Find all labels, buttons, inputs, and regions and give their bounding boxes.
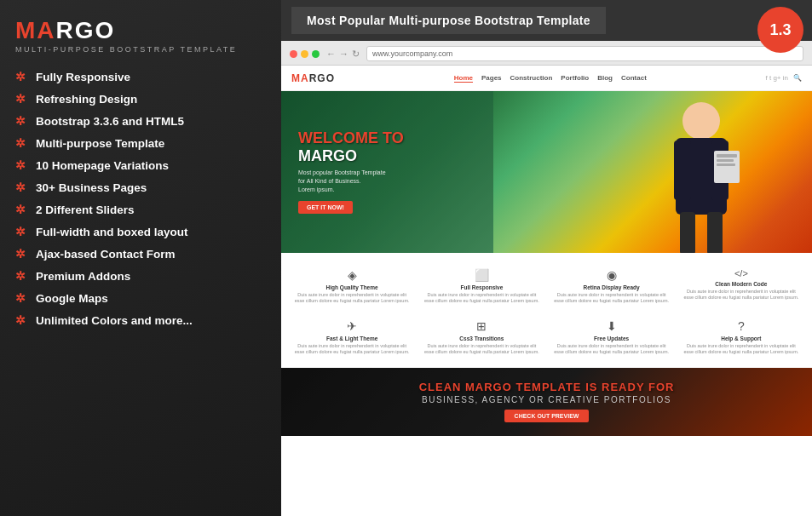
nav-link-home[interactable]: Home (454, 74, 473, 83)
css3-icon: ⊞ (423, 319, 540, 333)
feature-card-quality: ◈ High Quality Theme Duis aute irure dol… (290, 263, 414, 309)
nav-link-blog[interactable]: Blog (597, 74, 613, 83)
feature-homepage-variations: ✲ 10 Homepage Variations (15, 154, 266, 176)
star-icon: ✲ (15, 269, 29, 283)
bottom-cta-button[interactable]: CHECK OUT PREVIEW (504, 410, 590, 422)
hero-content: WELCOME TO MARGO Most popular Bootstrap … (298, 130, 404, 213)
support-desc: Duis aute irure dolor in reprehenderit i… (682, 343, 800, 355)
feature-multipurpose: ✲ Multi-purpose Template (15, 132, 266, 154)
top-bar: Most Popular Multi-purpose Bootstrap Tem… (281, 0, 812, 41)
feature-label: Unlimited Colors and more... (36, 314, 193, 327)
dot-red (290, 50, 297, 58)
code-desc: Duis aute irure dolor in reprehenderit i… (682, 289, 800, 301)
fast-icon: ✈ (293, 319, 411, 333)
svg-point-0 (682, 102, 720, 140)
feature-sliders: ✲ 2 Different Sliders (15, 198, 266, 221)
search-icon[interactable]: 🔍 (793, 74, 802, 82)
website-logo: MARGO (291, 72, 335, 84)
quality-icon: ◈ (293, 268, 411, 282)
browser-addressbar[interactable]: www.yourcompany.com (366, 46, 803, 61)
feature-label: Ajax-based Contact Form (36, 248, 176, 261)
refresh-icon[interactable]: ↻ (352, 49, 360, 60)
feature-label: Refreshing Design (36, 93, 137, 106)
svg-rect-2 (674, 140, 691, 200)
retina-icon: ◉ (553, 268, 671, 282)
website-nav-right: f t g+ in 🔍 (766, 74, 802, 82)
star-icon: ✲ (15, 203, 29, 216)
feature-card-updates: ⬇ Free Updates Duis aute irure dolor in … (550, 314, 674, 360)
browser-mockup: ← → ↻ www.yourcompany.com MARGO Home (281, 41, 812, 516)
feature-refreshing-design: ✲ Refreshing Design (15, 88, 266, 110)
hero-cta-button[interactable]: GET IT NOW! (298, 201, 353, 214)
feature-card-responsive: ⬜ Full Responsive Duis aute irure dolor … (419, 263, 544, 309)
star-icon: ✲ (15, 70, 29, 83)
dot-green (312, 50, 320, 58)
bottom-title-highlight: C (419, 381, 428, 393)
star-icon: ✲ (15, 114, 29, 128)
right-panel: Most Popular Multi-purpose Bootstrap Tem… (281, 0, 812, 516)
nav-link-construction[interactable]: Construction (510, 74, 553, 83)
fast-title: Fast & Light Theme (293, 335, 411, 341)
feature-label: Multi-purpose Template (36, 137, 164, 150)
star-icon: ✲ (15, 225, 29, 238)
features-grid: ◈ High Quality Theme Duis aute irure dol… (281, 253, 812, 368)
star-icon: ✲ (15, 291, 29, 305)
star-icon: ✲ (15, 181, 29, 194)
back-icon[interactable]: ← (326, 49, 336, 60)
nav-link-contact[interactable]: Contact (621, 74, 647, 83)
quality-desc: Duis aute irure dolor in reprehenderit i… (293, 292, 411, 304)
feature-label: Fully Responsive (36, 71, 130, 83)
features-list: ✲ Fully Responsive ✲ Refreshing Design ✲… (15, 66, 266, 331)
feature-layout: ✲ Full-width and boxed layout (15, 221, 266, 243)
feature-label: 10 Homepage Variations (36, 159, 169, 172)
nav-link-portfolio[interactable]: Portfolio (561, 74, 589, 83)
tagline-box: Most Popular Multi-purpose Bootstrap Tem… (291, 7, 606, 34)
css3-desc: Duis aute irure dolor in reprehenderit i… (423, 343, 540, 355)
responsive-icon: ⬜ (423, 268, 540, 282)
feature-contact-form: ✲ Ajax-based Contact Form (15, 243, 266, 265)
hero-description: Most popular Bootstrap Templatefor All K… (298, 169, 404, 193)
left-panel: MARGO MULTI-PURPOSE BOOTSTRAP TEMPLATE ✲… (0, 0, 281, 516)
feature-card-code: </> Clean Modern Code Duis aute irure do… (679, 263, 803, 309)
feature-bootstrap: ✲ Bootstrap 3.3.6 and HTML5 (15, 110, 266, 132)
hero-person-image (642, 91, 761, 253)
svg-rect-4 (680, 212, 695, 253)
feature-addons: ✲ Premium Addons (15, 265, 266, 287)
social-icons: f t g+ in (766, 74, 788, 82)
updates-desc: Duis aute irure dolor in reprehenderit i… (553, 343, 671, 355)
css3-title: Css3 Transitions (423, 335, 540, 341)
code-title: Clean Modern Code (682, 281, 800, 287)
svg-rect-7 (717, 154, 737, 158)
feature-card-support: ? Help & Support Duis aute irure dolor i… (679, 314, 803, 360)
feature-label: Bootstrap 3.3.6 and HTML5 (36, 115, 184, 128)
nav-link-pages[interactable]: Pages (481, 74, 502, 83)
version-badge: 1.3 (757, 7, 803, 53)
bottom-subtitle: BUSINESS, AGENCY OR CREATIVE PORTFOLIOS (419, 395, 675, 404)
dot-yellow (301, 50, 308, 58)
responsive-desc: Duis aute irure dolor in reprehenderit i… (423, 292, 540, 304)
support-title: Help & Support (682, 335, 800, 341)
logo-subtitle: MULTI-PURPOSE BOOTSTRAP TEMPLATE (15, 45, 266, 54)
person-svg (642, 91, 761, 253)
browser-nav: ← → ↻ (326, 49, 360, 60)
logo-area: MARGO MULTI-PURPOSE BOOTSTRAP TEMPLATE (15, 17, 266, 54)
feature-card-fast: ✈ Fast & Light Theme Duis aute irure dol… (290, 314, 414, 360)
bottom-title: CLEAN MARGO TEMPLATE IS READY FOR (419, 381, 675, 393)
browser-chrome: ← → ↻ www.yourcompany.com (281, 41, 812, 66)
hero-title-line2: MARGO (298, 147, 404, 165)
quality-title: High Quality Theme (293, 284, 411, 290)
website-logo-part1: MA (291, 72, 309, 84)
svg-rect-8 (717, 159, 734, 162)
website-nav: MARGO Home Pages Construction Portfolio … (281, 66, 812, 91)
svg-rect-9 (717, 163, 735, 166)
feature-card-retina: ◉ Retina Display Ready Duis aute irure d… (550, 263, 674, 309)
star-icon: ✲ (15, 313, 29, 327)
support-icon: ? (682, 319, 800, 333)
star-icon: ✲ (15, 247, 29, 261)
svg-rect-5 (707, 212, 723, 253)
updates-icon: ⬇ (553, 319, 671, 333)
feature-label: Premium Addons (36, 270, 130, 283)
star-icon: ✲ (15, 158, 29, 172)
fast-desc: Duis aute irure dolor in reprehenderit i… (293, 343, 411, 355)
forward-icon[interactable]: → (339, 49, 348, 60)
